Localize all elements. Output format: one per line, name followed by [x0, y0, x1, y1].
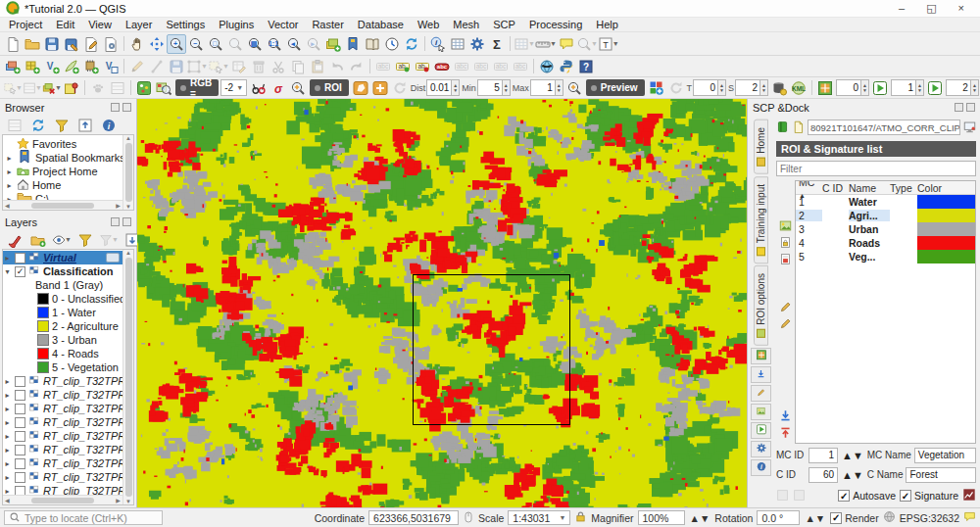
- open-layer-styling-button[interactable]: [5, 232, 24, 248]
- rotation-spinbox[interactable]: 0.0 °: [757, 510, 800, 525]
- locate-search[interactable]: Type to locate (Ctrl+K): [4, 510, 163, 525]
- edit-mc-info-button[interactable]: [779, 317, 792, 332]
- browser-close-button[interactable]: [122, 103, 131, 112]
- zoom-to-layer-button[interactable]: ▤: [245, 34, 265, 54]
- zoom-full-extent-button[interactable]: □: [206, 34, 225, 54]
- dist-spin[interactable]: Dist0.01▲▼: [411, 79, 460, 96]
- tab-roi-options[interactable]: ROI options: [754, 265, 768, 346]
- run-batch-1-button[interactable]: [870, 78, 890, 98]
- menu-vector[interactable]: Vector: [261, 19, 305, 30]
- run-batch-2-button[interactable]: [925, 78, 945, 98]
- zoom-out-button[interactable]: −: [186, 34, 206, 54]
- band-calc-button[interactable]: [815, 78, 835, 98]
- menu-plugins[interactable]: Plugins: [212, 19, 261, 30]
- map-canvas[interactable]: [137, 99, 747, 507]
- zoom-to-preview-button[interactable]: [564, 78, 584, 98]
- menu-web[interactable]: Web: [411, 19, 446, 30]
- save-project-button[interactable]: [42, 34, 62, 54]
- cumulative-cut-stretch-button[interactable]: [249, 78, 269, 98]
- signature-checkbox[interactable]: ✓Signature: [900, 490, 958, 502]
- calc-signature-button[interactable]: [776, 489, 789, 503]
- menu-database[interactable]: Database: [351, 19, 411, 30]
- menu-layer[interactable]: Layer: [119, 19, 160, 30]
- script-tab[interactable]: i: [751, 459, 771, 476]
- mc-id-spin-arrows[interactable]: ▲▼: [842, 447, 863, 463]
- mc-name-input[interactable]: Vegetation: [914, 448, 976, 463]
- download-products-tab[interactable]: [751, 366, 771, 383]
- temporal-controller-button[interactable]: [382, 34, 402, 54]
- layers-close-button[interactable]: [122, 217, 131, 226]
- menu-view[interactable]: View: [81, 19, 119, 30]
- display-input-icon[interactable]: [963, 120, 976, 135]
- new-virtual-layer-button[interactable]: V: [101, 57, 121, 76]
- show-layout-manager-button[interactable]: [101, 34, 121, 54]
- manage-map-themes-button[interactable]: ▼: [52, 232, 72, 248]
- roi-table-header[interactable]: MC ▲ C ID Name Type Color: [796, 181, 975, 195]
- layers-hscrollbar[interactable]: ◀▶: [3, 495, 122, 504]
- deselect-features-button[interactable]: ▼: [42, 78, 62, 98]
- tab-home[interactable]: Home: [754, 120, 768, 174]
- browser-hscrollbar[interactable]: ◀▶: [3, 200, 122, 210]
- metasearch-button[interactable]: [537, 57, 557, 76]
- lock-roi-button[interactable]: [779, 236, 792, 251]
- roi-table-row-agri[interactable]: 2Agri...: [796, 209, 975, 222]
- layer-item-rt-clip-3[interactable]: ▸RT_clip_T32TPR_: [3, 415, 133, 429]
- open-roi-image-button[interactable]: [779, 219, 792, 234]
- add-group-button[interactable]: [28, 232, 48, 248]
- pan-to-selection-button[interactable]: [147, 34, 167, 54]
- postprocessing-tab[interactable]: [751, 422, 771, 439]
- layer-item-rt-clip-2[interactable]: ▸RT_clip_T32TPR_: [3, 402, 133, 415]
- coordinate-input[interactable]: 623366,5031679: [368, 510, 459, 525]
- collapse-all-button[interactable]: [75, 118, 95, 133]
- zoom-native-resolution-button[interactable]: 1:1: [265, 34, 284, 54]
- measure-line-button[interactable]: ▼: [535, 34, 557, 54]
- layer-item-rt-clip-4[interactable]: ▸RT_clip_T32TPR_: [3, 429, 133, 443]
- save-project-as-button[interactable]: [62, 34, 81, 54]
- menu-edit[interactable]: Edit: [49, 19, 81, 30]
- scp-plugin-button[interactable]: [134, 78, 154, 98]
- menu-project[interactable]: Project: [2, 19, 49, 30]
- python-console-button[interactable]: [557, 57, 576, 76]
- restore-button[interactable]: ◱: [926, 2, 936, 15]
- statistical-summary-button[interactable]: Σ: [487, 34, 507, 54]
- help-contents-button[interactable]: ?: [576, 57, 596, 76]
- layer-item-virtual[interactable]: ▸Virtual: [3, 251, 133, 264]
- minimize-button[interactable]: –: [899, 2, 905, 15]
- scp-dock-close-button[interactable]: [966, 103, 975, 112]
- epsg-code[interactable]: EPSG:32632: [900, 512, 959, 524]
- remove-temporary-files-button[interactable]: [769, 78, 789, 98]
- layer-item-rt-clip-6[interactable]: ▸RT_clip_T32TPR_: [3, 456, 133, 470]
- layer-item-rt-clip-1[interactable]: ▸RT_clip_T32TPR_: [3, 388, 133, 402]
- rgb-combo[interactable]: -2▼: [220, 79, 247, 96]
- layer-labeling-options-button[interactable]: ab: [393, 57, 413, 76]
- create-preview-button[interactable]: [647, 78, 666, 98]
- new-project-button[interactable]: [3, 34, 23, 54]
- show-spatial-bookmarks-button[interactable]: [343, 34, 363, 54]
- zoom-in-button[interactable]: +: [167, 34, 186, 54]
- tab-training-input[interactable]: Training input: [754, 176, 768, 264]
- add-vector-layer-button[interactable]: [3, 57, 23, 76]
- layer-item-rt-clip-5[interactable]: ▸RT_clip_T32TPR_: [3, 443, 133, 456]
- max-spin[interactable]: Max1▲▼: [513, 79, 564, 96]
- new-spatial-bookmark-button[interactable]: [323, 34, 343, 54]
- open-attribute-table-button[interactable]: [448, 34, 467, 54]
- mc-id-spinbox[interactable]: 1: [808, 448, 838, 463]
- roi-table-row-roads[interactable]: 4Roads: [796, 236, 975, 250]
- menu-raster[interactable]: Raster: [305, 19, 350, 30]
- lock-scale-icon[interactable]: [574, 510, 587, 525]
- calc-spin[interactable]: 0▲▼: [836, 79, 869, 96]
- map-tips-button[interactable]: [557, 34, 576, 54]
- browser-item-project-home[interactable]: ▸Project Home: [5, 165, 133, 178]
- processing-toolbox-button[interactable]: [467, 34, 487, 54]
- zoom-to-band-set-button[interactable]: [154, 78, 173, 98]
- rotation-spin-arrows[interactable]: ▲▼: [805, 509, 825, 526]
- layers-vscrollbar[interactable]: ▲▼: [122, 250, 133, 504]
- layer-diagram-options-button[interactable]: ab: [413, 57, 432, 76]
- new-print-layout-button[interactable]: [81, 34, 101, 54]
- min-spin[interactable]: Min5▲▼: [462, 79, 510, 96]
- merge-signature-button[interactable]: [793, 489, 806, 503]
- layer-item-classification[interactable]: ▾✓Classification: [3, 264, 133, 278]
- browser-float-button[interactable]: [111, 103, 120, 112]
- refresh-browser-button[interactable]: [28, 118, 48, 133]
- close-button[interactable]: ×: [958, 2, 964, 15]
